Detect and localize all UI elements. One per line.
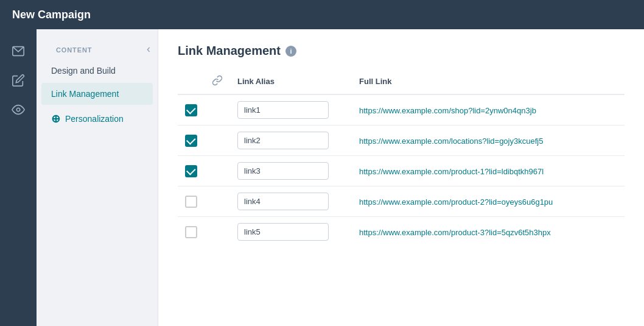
nav-sidebar-header: CONTENT ‹ [37, 37, 158, 58]
link-table: Link Alias Full Link https://www.example… [178, 70, 625, 247]
row-2-alias-input[interactable] [237, 162, 329, 180]
row-3-alias-cell [230, 186, 352, 217]
col-alias-header: Link Alias [230, 70, 352, 94]
row-2-checkbox[interactable] [185, 165, 197, 177]
table-header-row: Link Alias Full Link [178, 70, 625, 94]
row-1-alias-input[interactable] [237, 132, 329, 149]
plus-icon: ⊕ [51, 112, 60, 126]
row-1-alias-cell [230, 126, 352, 156]
row-0-alias-input[interactable] [237, 101, 329, 119]
sidebar-icon-edit[interactable] [6, 68, 30, 93]
row-4-full-link[interactable]: https://www.example.com/product-3?lid=5q… [359, 228, 551, 237]
info-icon[interactable]: i [285, 46, 296, 57]
svg-point-1 [16, 108, 20, 112]
table-row: https://www.example.com/locations?lid=go… [178, 126, 625, 156]
row-3-checkbox[interactable] [185, 196, 197, 208]
row-0-full-link[interactable]: https://www.example.com/shop?lid=2ynw0n4… [359, 106, 536, 115]
row-4-checkbox-cell [178, 217, 205, 247]
row-3-chain-icon-cell [205, 186, 230, 217]
sidebar-icon-eye[interactable] [6, 97, 30, 122]
sidebar-item-link-management[interactable]: Link Management [41, 83, 153, 105]
back-arrow-icon[interactable]: ‹ [147, 43, 150, 54]
icon-sidebar [0, 29, 37, 326]
row-2-full-link[interactable]: https://www.example.com/product-1?lid=ld… [359, 167, 544, 176]
row-0-checkbox-cell [178, 94, 205, 126]
nav-sidebar: CONTENT ‹ Design and Build Link Manageme… [37, 29, 158, 326]
row-1-checkbox[interactable] [185, 135, 197, 147]
page-title-row: Link Management i [178, 44, 625, 58]
page-title: Link Management [178, 44, 281, 58]
row-1-chain-icon-cell [205, 126, 230, 156]
col-chain-icon [205, 70, 230, 94]
row-3-full-link[interactable]: https://www.example.com/product-2?lid=oy… [359, 197, 553, 207]
row-0-alias-cell [230, 94, 352, 126]
row-4-alias-cell [230, 217, 352, 247]
row-2-chain-icon-cell [205, 156, 230, 186]
row-3-full-link-cell: https://www.example.com/product-2?lid=oy… [352, 186, 625, 217]
nav-section-label: CONTENT [46, 41, 102, 56]
row-0-checkbox[interactable] [185, 104, 197, 116]
row-4-full-link-cell: https://www.example.com/product-3?lid=5q… [352, 217, 625, 247]
table-row: https://www.example.com/shop?lid=2ynw0n4… [178, 94, 625, 126]
sidebar-icon-mail[interactable] [6, 39, 30, 63]
row-3-checkbox-cell [178, 186, 205, 217]
table-row: https://www.example.com/product-2?lid=oy… [178, 186, 625, 217]
row-1-full-link[interactable]: https://www.example.com/locations?lid=go… [359, 136, 543, 146]
row-2-checkbox-cell [178, 156, 205, 186]
table-row: https://www.example.com/product-3?lid=5q… [178, 217, 625, 247]
row-4-checkbox[interactable] [185, 226, 197, 238]
row-2-alias-cell [230, 156, 352, 186]
row-4-alias-input[interactable] [237, 223, 329, 241]
sidebar-item-design-build[interactable]: Design and Build [41, 60, 153, 82]
campaign-title: New Campaign [12, 9, 91, 21]
row-2-full-link-cell: https://www.example.com/product-1?lid=ld… [352, 156, 625, 186]
row-0-full-link-cell: https://www.example.com/shop?lid=2ynw0n4… [352, 94, 625, 126]
row-4-chain-icon-cell [205, 217, 230, 247]
row-0-chain-icon-cell [205, 94, 230, 126]
top-header: New Campaign [0, 0, 644, 29]
sidebar-item-personalization[interactable]: ⊕ Personalization [41, 106, 153, 132]
table-row: https://www.example.com/product-1?lid=ld… [178, 156, 625, 186]
row-3-alias-input[interactable] [237, 193, 329, 210]
row-1-checkbox-cell [178, 126, 205, 156]
content-area: Link Management i [158, 29, 644, 326]
row-1-full-link-cell: https://www.example.com/locations?lid=go… [352, 126, 625, 156]
col-check [178, 70, 205, 94]
col-link-header: Full Link [352, 70, 625, 94]
